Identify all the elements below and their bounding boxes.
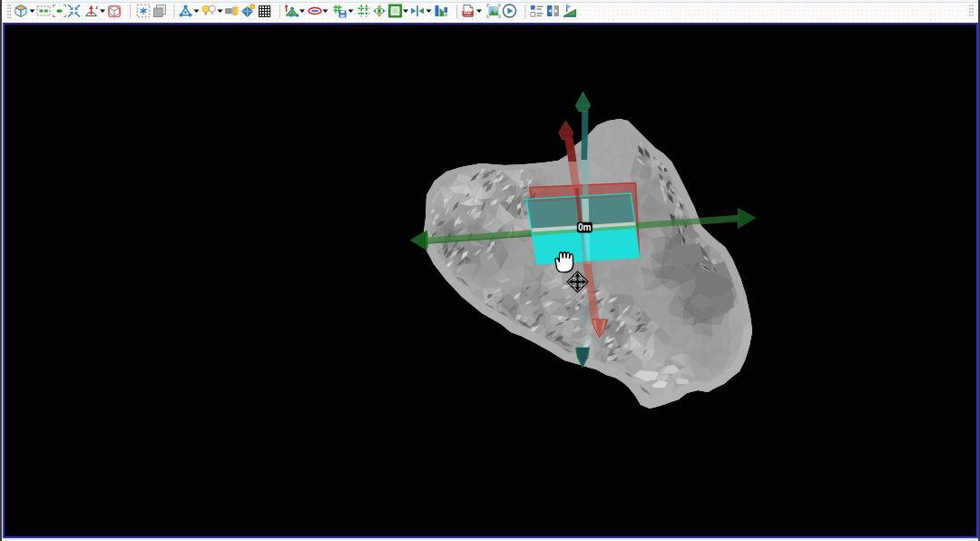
svg-text:z: z	[95, 5, 98, 10]
svg-text:PDF: PDF	[464, 11, 472, 15]
svg-text:0m: 0m	[578, 222, 592, 232]
